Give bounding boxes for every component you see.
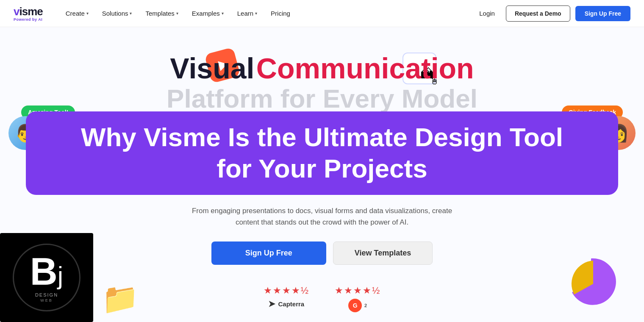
nav-links: Create ▾ Solutions ▾ Templates ▾ Example… bbox=[60, 6, 474, 20]
g2-logo: G 2 bbox=[348, 299, 367, 312]
bj-design-logo: B j DESIGN WEB bbox=[0, 233, 93, 322]
nav-examples[interactable]: Examples ▾ bbox=[186, 6, 230, 20]
chevron-down-icon: ▾ bbox=[86, 11, 89, 16]
hero-ratings: ★★★★½ ➤ Capterra ★★★★½ G 2 bbox=[264, 285, 381, 312]
capterra-arrow-icon: ➤ bbox=[268, 299, 275, 309]
headline-communication: Communication bbox=[256, 52, 474, 84]
demo-button[interactable]: Request a Demo bbox=[506, 6, 570, 22]
logo[interactable]: visme Powered by AI bbox=[14, 5, 43, 22]
banner-text: Why Visme Is the Ultimate Design Tool fo… bbox=[51, 122, 593, 185]
nav-signup-button[interactable]: Sign Up Free bbox=[575, 6, 630, 21]
headline-visual: Visual bbox=[170, 52, 254, 84]
hero-headline: Visual Communication Platform for Every … bbox=[167, 53, 477, 113]
g2-badge-icon: G bbox=[348, 299, 362, 312]
chevron-down-icon: ▾ bbox=[130, 11, 132, 16]
hero-section: 🏔 🖱 Amazing Tool! Giving Feedback 👨 👩 B … bbox=[0, 27, 644, 322]
hero-cta: Sign Up Free View Templates bbox=[211, 242, 433, 265]
nav-solutions[interactable]: Solutions ▾ bbox=[96, 6, 138, 20]
chevron-down-icon: ▾ bbox=[222, 11, 224, 16]
purple-banner: Why Visme Is the Ultimate Design Tool fo… bbox=[26, 111, 618, 195]
folder-decoration: 📁 bbox=[102, 284, 144, 314]
nav-learn[interactable]: Learn ▾ bbox=[231, 6, 263, 20]
nav-create[interactable]: Create ▾ bbox=[60, 6, 94, 20]
nav-templates[interactable]: Templates ▾ bbox=[139, 6, 184, 20]
pie-chart-decoration bbox=[564, 254, 619, 309]
nav-right: Login Request a Demo Sign Up Free bbox=[473, 6, 630, 22]
view-templates-button[interactable]: View Templates bbox=[333, 242, 433, 265]
login-button[interactable]: Login bbox=[473, 6, 501, 20]
nav-pricing[interactable]: Pricing bbox=[265, 6, 296, 20]
navbar: visme Powered by AI Create ▾ Solutions ▾… bbox=[0, 0, 644, 27]
g2-stars: ★★★★½ bbox=[335, 285, 380, 296]
chevron-down-icon: ▾ bbox=[176, 11, 178, 16]
chevron-down-icon: ▾ bbox=[255, 11, 257, 16]
capterra-stars: ★★★★½ bbox=[264, 285, 309, 296]
capterra-rating: ★★★★½ ➤ Capterra bbox=[264, 285, 309, 312]
g2-rating: ★★★★½ G 2 bbox=[335, 285, 380, 312]
headline-platform: Platform for Every Model bbox=[167, 84, 477, 113]
hero-subtext: From engaging presentations to docs, vis… bbox=[191, 205, 453, 228]
ai-badge: Powered by AI bbox=[14, 17, 43, 22]
hero-signup-button[interactable]: Sign Up Free bbox=[211, 242, 326, 265]
capterra-logo: ➤ Capterra bbox=[268, 299, 304, 309]
